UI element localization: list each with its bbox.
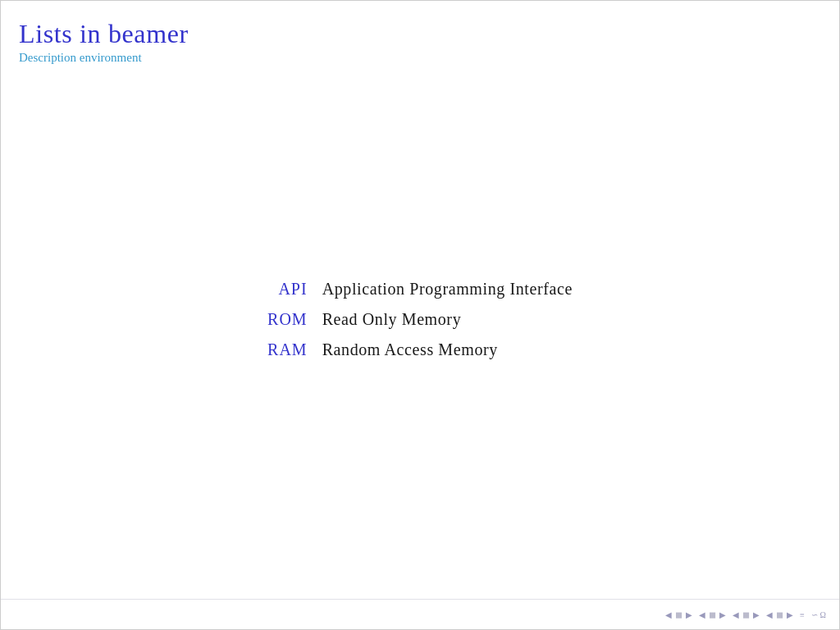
- nav-sep-7: ◼: [776, 609, 783, 620]
- list-item: ROM Read Only Memory: [267, 310, 573, 340]
- nav-prev-icon[interactable]: ◀: [699, 610, 705, 619]
- def-rom: Read Only Memory: [322, 310, 573, 340]
- nav-toc-icon[interactable]: ≡: [800, 610, 805, 619]
- nav-sep-3: ◼: [709, 609, 716, 620]
- nav-right-icon[interactable]: ▶: [686, 610, 692, 619]
- slide-content: API Application Programming Interface RO…: [1, 70, 839, 629]
- term-ram: RAM: [267, 340, 322, 371]
- description-list: API Application Programming Interface RO…: [267, 280, 573, 371]
- def-ram: Random Access Memory: [322, 340, 573, 371]
- nav-menu-icon[interactable]: Ω: [820, 610, 826, 619]
- nav-section-prev-icon[interactable]: ◀: [733, 610, 739, 619]
- slide-title: Lists in beamer: [19, 19, 821, 49]
- nav-section-next-icon[interactable]: ▶: [753, 610, 760, 619]
- nav-frame-next-icon[interactable]: ▶: [787, 610, 793, 619]
- term-rom: ROM: [267, 310, 322, 340]
- nav-frame-prev-icon[interactable]: ◀: [766, 610, 773, 619]
- def-api: Application Programming Interface: [322, 280, 573, 310]
- nav-left-icon[interactable]: ◀: [665, 610, 672, 619]
- nav-sep-5: ◼: [742, 609, 750, 620]
- nav-zoom-icon[interactable]: ∽: [811, 610, 818, 619]
- slide: Lists in beamer Description environment …: [0, 0, 840, 630]
- slide-header: Lists in beamer Description environment: [1, 1, 839, 70]
- term-api: API: [267, 280, 322, 310]
- slide-footer: ◀ ◼ ▶ ◀ ◼ ▶ ◀ ◼ ▶ ◀ ◼ ▶ ≡ ∽ Ω: [1, 600, 839, 629]
- slide-subtitle: Description environment: [19, 51, 821, 65]
- nav-next-icon[interactable]: ▶: [719, 610, 726, 619]
- navigation-icons: ◀ ◼ ▶ ◀ ◼ ▶ ◀ ◼ ▶ ◀ ◼ ▶ ≡ ∽ Ω: [665, 609, 826, 620]
- list-item: RAM Random Access Memory: [267, 340, 573, 371]
- list-item: API Application Programming Interface: [267, 280, 573, 310]
- nav-sep-1: ◼: [675, 609, 682, 620]
